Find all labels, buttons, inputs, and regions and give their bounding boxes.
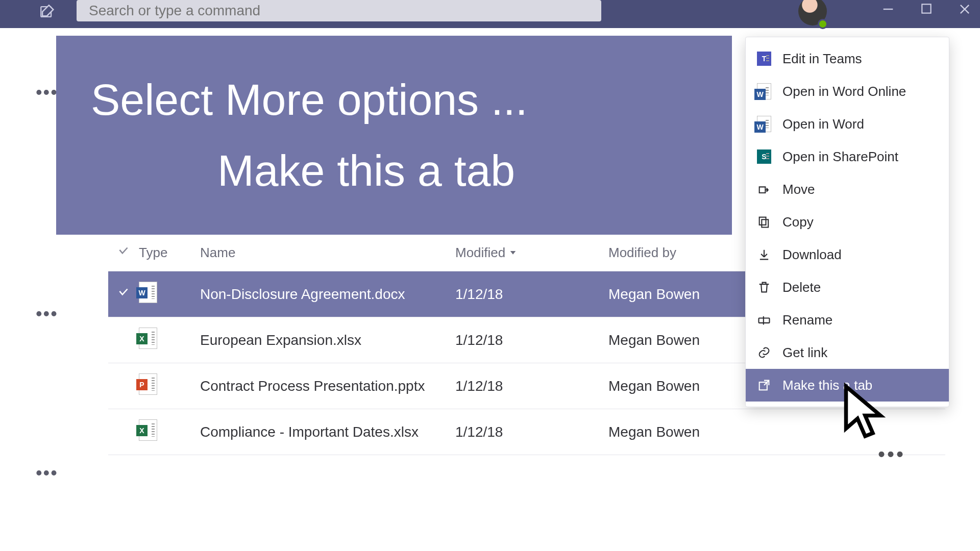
window-controls	[881, 2, 972, 18]
context-menu-item-label: Edit in Teams	[782, 51, 862, 67]
more-options-icon[interactable]: •••	[36, 82, 58, 103]
context-menu-item-edit-teams[interactable]: TEdit in Teams	[746, 42, 949, 75]
instruction-banner: Select More options ... Make this a tab	[56, 36, 732, 235]
row-checkbox[interactable]	[108, 286, 139, 303]
download-icon	[756, 246, 772, 263]
file-name[interactable]: European Expansion.xlsx	[200, 332, 455, 348]
file-name[interactable]: Compliance - Important Dates.xlsx	[200, 424, 455, 440]
compose-icon[interactable]	[39, 3, 56, 22]
file-modified: 1/12/18	[455, 424, 608, 440]
context-menu-item-move[interactable]: Move	[746, 173, 949, 206]
search-box[interactable]	[77, 0, 601, 21]
maximize-button[interactable]	[920, 2, 933, 18]
banner-line-2: Make this a tab	[91, 145, 732, 196]
banner-prefix: Select	[91, 75, 225, 124]
banner-line-1: Select More options ...	[91, 74, 732, 125]
file-modified-by: Megan Bowen	[608, 332, 762, 348]
context-menu-item-rename[interactable]: Rename	[746, 304, 949, 336]
column-header-modified-by[interactable]: Modified by	[608, 245, 762, 261]
title-bar	[0, 0, 980, 28]
context-menu-item-label: Get link	[782, 345, 827, 361]
context-menu-item-open-word-ol[interactable]: WOpen in Word Online	[746, 75, 949, 108]
context-menu-item-delete[interactable]: Delete	[746, 271, 949, 304]
svg-marker-11	[846, 387, 881, 437]
delete-icon	[756, 279, 772, 295]
mouse-cursor-icon	[842, 383, 888, 446]
more-options-icon[interactable]: •••	[36, 303, 58, 324]
column-header-name[interactable]: Name	[200, 245, 455, 261]
more-options-icon[interactable]: •••	[36, 462, 58, 484]
context-menu-item-copy[interactable]: Copy	[746, 206, 949, 238]
sort-descending-icon	[508, 245, 518, 261]
column-header-modified[interactable]: Modified	[455, 245, 608, 261]
column-header-type[interactable]: Type	[139, 245, 200, 261]
svg-rect-7	[760, 217, 766, 225]
profile-avatar[interactable]	[798, 0, 829, 28]
file-modified-by: Megan Bowen	[608, 424, 762, 440]
file-modified: 1/12/18	[455, 332, 608, 348]
presence-badge	[818, 19, 828, 29]
file-modified-by: Megan Bowen	[608, 378, 762, 394]
context-menu-item-label: Open in SharePoint	[782, 149, 898, 165]
context-menu-item-label: Move	[782, 182, 815, 197]
rename-icon	[756, 312, 772, 328]
svg-marker-5	[510, 251, 516, 255]
file-modified-by: Megan Bowen	[608, 286, 762, 303]
context-menu-item-get-link[interactable]: Get link	[746, 336, 949, 369]
context-menu-item-label: Open in Word	[782, 116, 864, 132]
link-icon	[756, 344, 772, 361]
sharepoint-icon: S	[756, 148, 772, 165]
teams-icon: T	[756, 51, 772, 67]
context-menu: TEdit in TeamsWOpen in Word OnlineWOpen …	[745, 37, 949, 407]
context-menu-item-label: Copy	[782, 214, 814, 230]
excel-file-icon: X	[139, 328, 157, 349]
word-icon: W	[756, 116, 772, 132]
excel-file-icon: X	[139, 419, 157, 441]
word-icon: W	[756, 83, 772, 99]
svg-rect-6	[762, 219, 768, 227]
make-tab-icon	[756, 377, 772, 393]
minimize-button[interactable]	[881, 2, 895, 18]
svg-rect-8	[759, 318, 770, 323]
word-file-icon: W	[139, 282, 157, 303]
context-menu-item-label: Delete	[782, 280, 821, 295]
table-row[interactable]: X Compliance - Important Dates.xlsx1/12/…	[108, 409, 945, 455]
ppt-file-icon: P	[139, 373, 157, 395]
select-all-checkbox[interactable]	[108, 244, 139, 261]
row-more-options-icon[interactable]: •••	[878, 443, 905, 466]
column-header-modified-label: Modified	[455, 245, 505, 261]
context-menu-item-label: Rename	[782, 312, 832, 328]
context-menu-item-label: Download	[782, 247, 842, 263]
move-icon	[756, 181, 772, 197]
close-button[interactable]	[958, 2, 972, 18]
copy-icon	[756, 214, 772, 230]
file-modified: 1/12/18	[455, 286, 608, 303]
banner-bold: More options ...	[225, 75, 528, 124]
file-name[interactable]: Non-Disclosure Agreement.docx	[200, 286, 455, 303]
file-name[interactable]: Contract Process Presentation.pptx	[200, 378, 455, 394]
file-modified: 1/12/18	[455, 378, 608, 394]
context-menu-item-open-word[interactable]: WOpen in Word	[746, 108, 949, 140]
context-menu-item-open-sharepoint[interactable]: SOpen in SharePoint	[746, 140, 949, 173]
search-input[interactable]	[89, 3, 589, 19]
context-menu-item-download[interactable]: Download	[746, 238, 949, 271]
svg-rect-2	[922, 4, 930, 13]
context-menu-item-label: Open in Word Online	[782, 84, 906, 99]
